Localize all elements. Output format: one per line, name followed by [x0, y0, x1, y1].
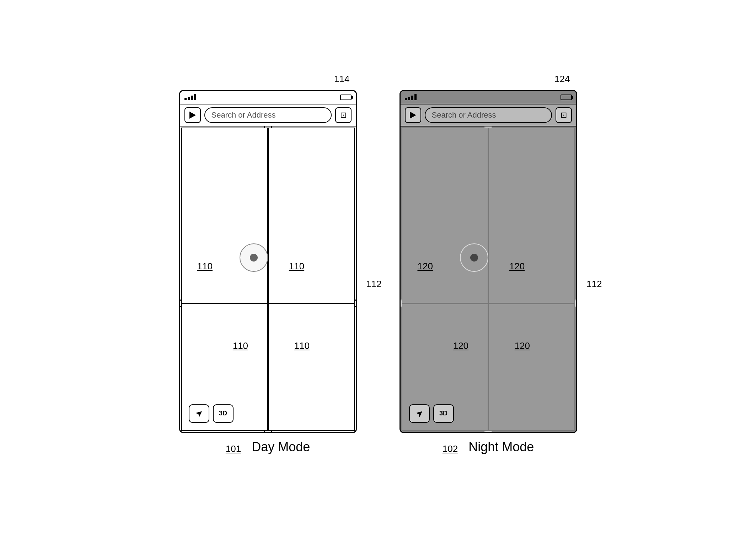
night-bookmark-button[interactable]: ⊡	[556, 107, 572, 123]
ref-114: 114	[334, 74, 349, 85]
day-url-bar: Search or Address ⊡	[180, 104, 356, 126]
night-nav-button[interactable]	[405, 107, 421, 123]
night-3d-button[interactable]: 3D	[433, 404, 454, 423]
signal-bar-4	[194, 94, 196, 100]
day-block-br	[268, 303, 355, 431]
day-label-tr: 110	[289, 261, 304, 272]
night-device-number: 102	[443, 443, 458, 454]
day-label-br: 110	[294, 340, 310, 351]
day-search-placeholder: Search or Address	[211, 111, 276, 120]
night-device-wrapper: 124 112	[400, 90, 577, 454]
night-phone-outer: 124 112	[400, 90, 577, 433]
day-nav-button[interactable]	[184, 107, 201, 123]
night-mode-label: Night Mode	[468, 440, 534, 454]
night-search-placeholder: Search or Address	[432, 111, 496, 120]
night-block-br	[488, 303, 575, 431]
night-compass-icon: ➤	[414, 408, 425, 419]
night-url-bar: Search or Address ⊡	[401, 104, 576, 126]
day-map-area: 110 110 110 110	[180, 126, 356, 432]
day-compass-icon: ➤	[193, 408, 204, 419]
night-label-tr: 120	[509, 261, 525, 272]
night-location-dot	[470, 254, 478, 262]
signal-bar-1	[184, 98, 187, 100]
night-label-br: 120	[515, 340, 530, 351]
day-battery-icon	[340, 95, 352, 100]
night-block-tl	[402, 128, 488, 304]
day-phone-frame: Search or Address ⊡	[179, 90, 357, 433]
night-block-tr	[488, 128, 575, 304]
night-signal-bar-1	[405, 98, 407, 100]
day-block-tl	[181, 128, 268, 304]
day-signal-bars	[184, 94, 196, 100]
night-location-dot-wrapper	[460, 243, 488, 272]
night-bookmark-icon: ⊡	[561, 111, 567, 120]
day-phone-outer: 114 112	[179, 90, 357, 433]
night-signal-bar-2	[408, 97, 410, 100]
day-device-wrapper: 114 112	[179, 90, 357, 454]
day-search-bar[interactable]: Search or Address	[204, 107, 332, 123]
night-label-tl: 120	[418, 261, 433, 272]
night-status-bar	[401, 91, 576, 104]
night-signal-bar-4	[414, 94, 417, 100]
day-location-button[interactable]: ➤	[189, 404, 209, 423]
day-location-dot	[250, 254, 258, 262]
night-signal-bar-3	[411, 96, 413, 100]
ref-112-day: 112	[366, 279, 381, 290]
night-search-bar[interactable]: Search or Address	[425, 107, 552, 123]
signal-bar-2	[188, 97, 190, 100]
day-bookmark-icon: ⊡	[340, 111, 347, 120]
night-location-button[interactable]: ➤	[409, 404, 430, 423]
main-container: 114 112	[158, 69, 599, 476]
day-bookmark-button[interactable]: ⊡	[335, 107, 352, 123]
ref-124: 124	[554, 74, 570, 85]
day-label-row: 101 Day Mode	[226, 440, 310, 454]
night-battery-icon	[561, 95, 572, 100]
day-label-tl: 110	[197, 261, 213, 272]
day-block-tr	[268, 128, 355, 304]
day-status-bar	[180, 91, 356, 104]
night-phone-frame: Search or Address ⊡	[400, 90, 577, 433]
ref-112-night: 112	[586, 279, 602, 290]
day-bottom-bar: ➤ 3D	[184, 400, 238, 427]
night-signal-bars	[405, 94, 417, 100]
day-mode-label: Day Mode	[252, 440, 310, 454]
day-arrow-icon	[189, 112, 196, 119]
night-location-ring	[460, 243, 488, 272]
night-bottom-bar: ➤ 3D	[404, 400, 459, 427]
night-label-bl: 120	[453, 340, 468, 351]
night-label-row: 102 Night Mode	[443, 440, 534, 454]
night-map-area: 120 120 120 120	[401, 126, 576, 432]
day-label-bl: 110	[233, 340, 248, 351]
day-3d-button[interactable]: 3D	[213, 404, 234, 423]
night-arrow-icon	[410, 112, 416, 119]
day-device-number: 101	[226, 443, 241, 454]
signal-bar-3	[191, 96, 193, 100]
day-location-ring	[240, 243, 268, 272]
day-location-dot-wrapper	[240, 243, 268, 272]
